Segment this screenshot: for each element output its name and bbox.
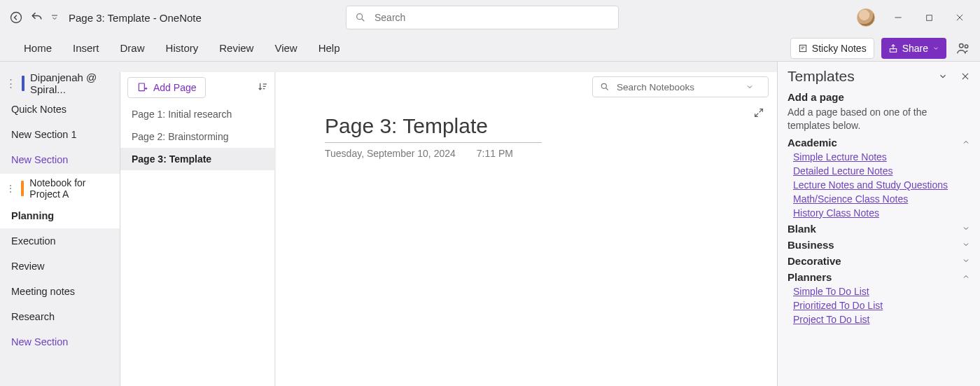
- chevron-up-icon: [962, 273, 970, 281]
- page-item[interactable]: Page 2: Brainstorming: [120, 125, 275, 148]
- page-title-input[interactable]: Page 3: Template: [325, 114, 542, 143]
- expand-page-button[interactable]: [753, 107, 764, 120]
- template-link[interactable]: Prioritized To Do List: [793, 300, 970, 311]
- section-item-new[interactable]: New Section: [0, 329, 120, 354]
- templates-panel: Templates Add a page Add a page based on…: [777, 62, 980, 386]
- page-list: Add Page Page 1: Initial research Page 2…: [120, 72, 275, 386]
- add-page-label: Add Page: [153, 82, 197, 93]
- template-link[interactable]: Detailed Lecture Notes: [793, 165, 970, 177]
- templates-title: Templates: [788, 68, 855, 85]
- add-page-button[interactable]: Add Page: [127, 77, 206, 98]
- category-label: Blank: [788, 223, 816, 235]
- add-page-icon: [136, 82, 148, 93]
- tab-view[interactable]: View: [273, 39, 298, 57]
- chevron-down-icon: [932, 45, 939, 52]
- tab-insert[interactable]: Insert: [71, 39, 101, 57]
- template-link[interactable]: Simple Lecture Notes: [793, 151, 970, 163]
- page-item-selected[interactable]: Page 3: Template: [120, 148, 275, 170]
- category-label: Business: [788, 239, 834, 251]
- page-label: Page 2: Brainstorming: [132, 131, 229, 142]
- search-nb-placeholder: Search Notebooks: [617, 82, 694, 92]
- section-item[interactable]: Execution: [0, 228, 120, 254]
- category-label: Planners: [788, 271, 832, 283]
- section-item[interactable]: Research: [0, 304, 120, 329]
- search-icon: [355, 12, 366, 23]
- page-date[interactable]: Tuesday, September 10, 2024: [325, 148, 456, 159]
- tab-help[interactable]: Help: [317, 39, 342, 57]
- svg-rect-8: [799, 45, 806, 51]
- close-icon[interactable]: [960, 71, 970, 81]
- search-placeholder: Search: [374, 12, 405, 23]
- template-link[interactable]: Math/Science Class Notes: [793, 193, 970, 205]
- share-button[interactable]: Share: [881, 38, 946, 59]
- section-label: Planning: [11, 210, 54, 221]
- tab-review[interactable]: Review: [218, 39, 255, 57]
- section-item[interactable]: Quick Notes: [0, 97, 120, 122]
- chevron-down-icon: [962, 224, 970, 233]
- template-link[interactable]: Project To Do List: [793, 314, 970, 325]
- page-list-toolbar: Add Page: [120, 72, 275, 103]
- templates-description: Add a page based on one of the templates…: [788, 106, 970, 132]
- account-avatar[interactable]: [857, 8, 875, 27]
- section-item-planning[interactable]: Planning: [0, 203, 120, 228]
- svg-rect-12: [139, 83, 144, 91]
- search-notebooks-input[interactable]: Search Notebooks: [592, 76, 769, 97]
- tab-home[interactable]: Home: [22, 39, 53, 57]
- template-category-business[interactable]: Business: [788, 239, 970, 251]
- section-label: Review: [11, 261, 45, 272]
- minimize-button[interactable]: [890, 10, 906, 25]
- svg-point-16: [601, 83, 606, 88]
- chevron-down-icon[interactable]: [938, 71, 948, 81]
- template-category-academic[interactable]: Academic: [788, 137, 970, 149]
- section-label: New Section: [11, 154, 68, 165]
- ribbon-tabs: Home Insert Draw History Review View Hel…: [22, 39, 342, 57]
- template-link[interactable]: History Class Notes: [793, 207, 970, 219]
- page-item[interactable]: Page 1: Initial research: [120, 103, 275, 125]
- template-category-planners[interactable]: Planners: [788, 271, 970, 283]
- section-label: Execution: [11, 235, 56, 247]
- section-item[interactable]: Review: [0, 254, 120, 279]
- sticky-notes-label: Sticky Notes: [812, 43, 867, 54]
- notebook-name: Notebook for Project A: [29, 177, 114, 200]
- customize-qat-dropdown[interactable]: [48, 7, 62, 28]
- page-label: Page 3: Template: [132, 153, 211, 165]
- people-presence-button[interactable]: [953, 39, 973, 58]
- note-icon: [798, 43, 808, 53]
- title-bar: Page 3: Template - OneNote Search: [0, 0, 980, 35]
- notebook-navigation: ⋮ Dipanjenah @ Spiral... Quick Notes New…: [0, 62, 120, 386]
- section-label: New Section 1: [11, 129, 77, 140]
- template-link[interactable]: Lecture Notes and Study Questions: [793, 179, 970, 191]
- section-label: New Section: [11, 336, 68, 347]
- current-notebook[interactable]: ⋮ Dipanjenah @ Spiral...: [0, 70, 120, 97]
- section-item-new[interactable]: New Section: [0, 147, 120, 172]
- section-label: Quick Notes: [11, 104, 66, 115]
- maximize-button[interactable]: [921, 10, 937, 25]
- page-label: Page 1: Initial research: [132, 109, 232, 120]
- global-search-input[interactable]: Search: [346, 6, 619, 29]
- page-meta: Tuesday, September 10, 2024 7:11 PM: [325, 148, 513, 159]
- chevron-down-icon: [962, 256, 970, 265]
- back-button[interactable]: [6, 7, 27, 28]
- section-item[interactable]: Meeting notes: [0, 279, 120, 304]
- chevron-up-icon: [962, 138, 970, 146]
- chevron-down-icon[interactable]: [746, 83, 754, 91]
- close-button[interactable]: [952, 10, 967, 25]
- page-title-text: Page 3: Template: [325, 114, 488, 137]
- sticky-notes-button[interactable]: Sticky Notes: [790, 38, 874, 59]
- app-body: ⋮ Dipanjenah @ Spiral... Quick Notes New…: [0, 62, 980, 386]
- template-category-decorative[interactable]: Decorative: [788, 255, 970, 267]
- templates-add-page-heading: Add a page: [788, 91, 970, 103]
- page-editor[interactable]: Search Notebooks Page 3: Template Tuesda…: [275, 72, 777, 386]
- section-item[interactable]: New Section 1: [0, 122, 120, 147]
- undo-button[interactable]: [27, 7, 48, 28]
- template-category-blank[interactable]: Blank: [788, 223, 970, 235]
- page-time[interactable]: 7:11 PM: [477, 148, 513, 159]
- secondary-notebook[interactable]: ⋮ Notebook for Project A: [0, 174, 120, 203]
- sort-pages-button[interactable]: [257, 81, 268, 95]
- category-label: Decorative: [788, 255, 841, 267]
- chevron-down-icon: [962, 240, 970, 249]
- template-link[interactable]: Simple To Do List: [793, 286, 970, 297]
- svg-line-3: [362, 19, 364, 21]
- tab-history[interactable]: History: [164, 39, 200, 57]
- tab-draw[interactable]: Draw: [119, 39, 146, 57]
